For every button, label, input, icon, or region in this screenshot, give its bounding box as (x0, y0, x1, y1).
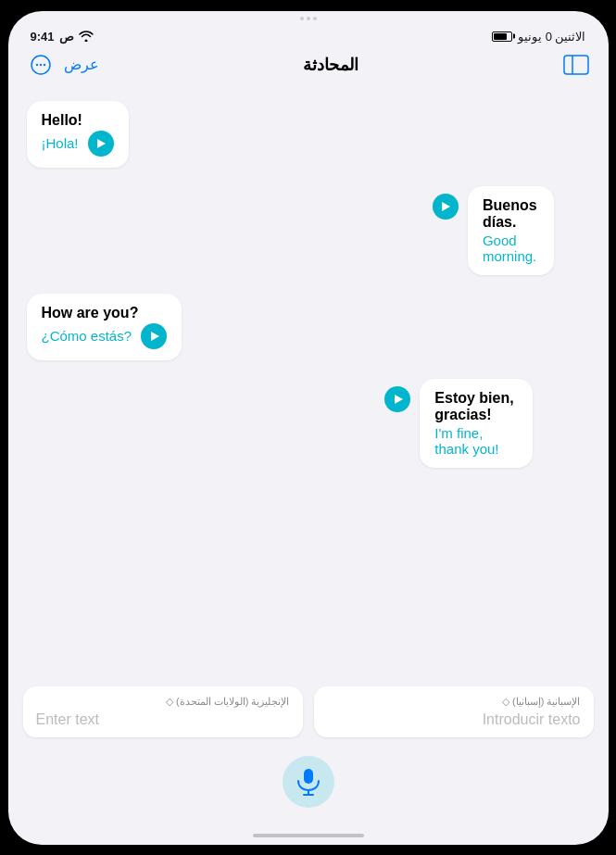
conversation-area: Hello! ¡Hola! Buenos días. Good morning. (8, 86, 609, 677)
play-button-3[interactable] (141, 323, 167, 349)
bubble-row-left-1: Hello! ¡Hola! (27, 101, 590, 168)
bubble-3-primary: How are you? (42, 305, 168, 321)
bubble-4-translation: I'm fine, thank you! (434, 425, 518, 457)
bubble-4: Estoy bien, gracias! I'm fine, thank you… (420, 379, 533, 468)
date-display: الاثنين 0 يونيو (518, 30, 585, 44)
bubble-4-outer: Estoy bien, gracias! I'm fine, thank you… (384, 379, 589, 468)
bubble-3-translation-row: ¿Cómo estás? (42, 323, 168, 349)
play-triangle-3 (151, 332, 159, 341)
mic-icon (296, 768, 321, 796)
play-button-1[interactable] (88, 131, 114, 157)
svg-point-1 (35, 63, 37, 65)
play-triangle-4 (395, 395, 403, 404)
wifi-icon (79, 31, 94, 42)
input-area: الإنجليزية (الولايات المتحدة) ◇ Enter te… (8, 677, 609, 747)
input-box-right[interactable]: الإسبانية (إسبانيا) ◇ Introducir texto (314, 686, 594, 737)
ipad-frame: 9:41 ص الاثنين 0 يونيو (8, 11, 609, 845)
view-button[interactable]: عرض (64, 56, 99, 73)
svg-point-2 (39, 63, 41, 65)
bubble-4-primary: Estoy bien, gracias! (434, 390, 518, 423)
more-button[interactable] (27, 51, 55, 79)
period-display: ص (59, 30, 74, 44)
play-button-4[interactable] (384, 386, 410, 412)
status-left: 9:41 ص (31, 30, 94, 44)
input-left-placeholder[interactable]: Enter text (36, 711, 290, 728)
top-dots (8, 11, 609, 20)
input-right-lang-label: الإسبانية (إسبانيا) ◇ (327, 696, 581, 708)
home-bar (253, 834, 364, 837)
bubble-row-right-4: Estoy bien, gracias! I'm fine, thank you… (27, 379, 590, 468)
play-button-2[interactable] (433, 194, 459, 220)
mic-button[interactable] (283, 756, 334, 808)
svg-point-3 (43, 63, 44, 65)
bubble-row-right-2: Buenos días. Good morning. (27, 186, 590, 275)
bubble-1: Hello! ¡Hola! (27, 101, 129, 168)
bubble-3: How are you? ¿Cómo estás? (27, 294, 182, 360)
input-left-lang-label: الإنجليزية (الولايات المتحدة) ◇ (36, 696, 290, 708)
bubble-2: Buenos días. Good morning. (468, 186, 554, 275)
play-triangle-2 (442, 202, 450, 211)
bubble-1-translation-row: ¡Hola! (42, 131, 114, 157)
bubble-row-left-3: How are you? ¿Cómo estás? (27, 294, 590, 360)
time-display: 9:41 (31, 30, 55, 44)
mic-area (8, 747, 609, 826)
svg-rect-4 (564, 56, 588, 74)
bubble-2-primary: Buenos días. (483, 197, 539, 231)
input-right-placeholder[interactable]: Introducir texto (327, 711, 581, 728)
sidebar-icon (563, 55, 589, 75)
play-triangle-1 (97, 139, 106, 148)
bubble-1-primary: Hello! (42, 112, 114, 129)
battery-icon (492, 31, 512, 42)
sidebar-button[interactable] (562, 51, 590, 79)
nav-left: عرض (27, 51, 99, 79)
status-right: الاثنين 0 يونيو (492, 30, 585, 44)
bubble-1-translation: ¡Hola! (42, 135, 79, 151)
nav-title: المحادثة (303, 55, 358, 75)
svg-rect-6 (304, 769, 313, 784)
bubble-2-translation: Good morning. (483, 233, 539, 264)
bubble-3-translation: ¿Cómo estás? (42, 328, 132, 344)
home-indicator (8, 826, 609, 845)
nav-bar: عرض المحادثة (8, 47, 609, 86)
input-box-left[interactable]: الإنجليزية (الولايات المتحدة) ◇ Enter te… (23, 686, 303, 737)
status-bar: 9:41 ص الاثنين 0 يونيو (8, 20, 609, 47)
bubble-2-outer: Buenos días. Good morning. (433, 186, 590, 275)
